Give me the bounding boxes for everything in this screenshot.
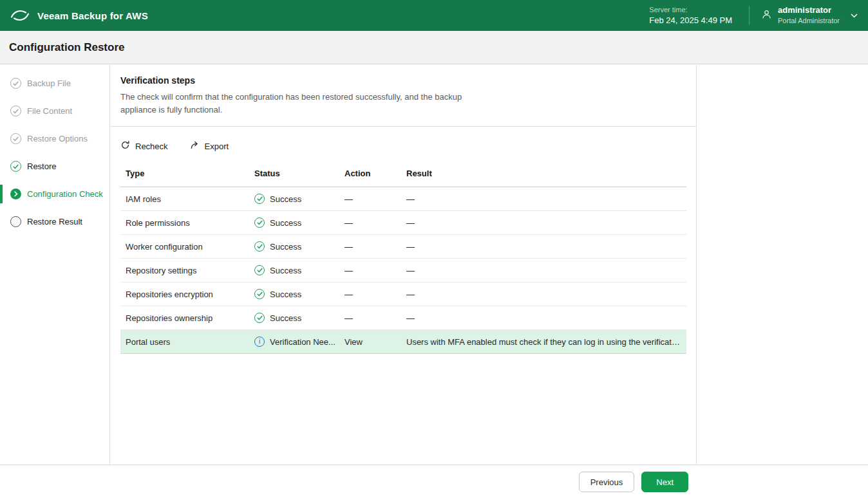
user-role: Portal Administrator <box>778 16 840 25</box>
previous-button[interactable]: Previous <box>579 472 635 492</box>
column-header-type: Type <box>120 162 249 187</box>
footer-buttons: Previous Next <box>579 472 688 492</box>
success-icon <box>254 217 265 228</box>
cell-result: — <box>401 211 686 235</box>
page-title: Configuration Restore <box>9 41 124 54</box>
server-time-label: Server time: <box>649 5 732 15</box>
verification-table: Type Status Action Result IAM roles Succ… <box>120 162 686 354</box>
wizard-step-label: Restore <box>27 161 57 171</box>
wizard-step-backup-file[interactable]: Backup File <box>0 69 109 97</box>
wizard-step-restore-result[interactable]: Restore Result <box>0 208 109 235</box>
recheck-label: Recheck <box>135 142 168 151</box>
page-title-bar: Configuration Restore <box>0 31 868 64</box>
table-row-worker-configuration[interactable]: Worker configuration Success — — <box>120 235 686 259</box>
cell-action: — <box>339 282 401 306</box>
cell-action: — <box>339 259 401 282</box>
table-row-portal-users[interactable]: Portal users iVerification Nee... View U… <box>120 330 686 354</box>
cell-status: iVerification Nee... <box>249 330 339 354</box>
cell-type: IAM roles <box>120 187 249 211</box>
main-content: Verification steps The check will confir… <box>110 65 697 465</box>
status-text: Success <box>270 242 301 252</box>
cell-status: Success <box>249 306 339 330</box>
table-header-row: Type Status Action Result <box>120 162 686 187</box>
success-icon <box>254 194 265 204</box>
wizard-step-label: File Content <box>27 106 72 116</box>
server-time: Server time: Feb 24, 2025 4:49 PM <box>649 5 732 26</box>
table-row-iam-roles[interactable]: IAM roles Success — — <box>120 187 686 211</box>
server-time-value: Feb 24, 2025 4:49 PM <box>649 15 732 26</box>
column-header-result: Result <box>401 162 686 187</box>
wizard-step-label: Backup File <box>27 78 71 88</box>
topbar-divider <box>749 6 750 25</box>
cell-status: Success <box>249 235 339 259</box>
wizard-step-label: Restore Options <box>27 134 88 143</box>
section-title: Verification steps <box>120 75 686 86</box>
wizard-step-restore-options[interactable]: Restore Options <box>0 125 109 152</box>
chevron-down-icon[interactable] <box>851 14 858 18</box>
next-button[interactable]: Next <box>641 472 688 492</box>
cell-action: — <box>339 211 401 235</box>
cell-action: — <box>339 235 401 259</box>
cell-type: Repositories ownership <box>120 306 249 330</box>
veeam-logo-icon <box>10 8 30 23</box>
user-menu[interactable]: administrator Portal Administrator <box>761 5 858 25</box>
wizard-step-file-content[interactable]: File Content <box>0 97 109 125</box>
cell-type: Repositories encryption <box>120 282 249 306</box>
cell-type: Repository settings <box>120 259 249 282</box>
cell-action: — <box>339 306 401 330</box>
cell-type: Worker configuration <box>120 235 249 259</box>
status-text: Verification Nee... <box>270 337 335 347</box>
status-text: Success <box>270 194 301 204</box>
success-icon <box>254 265 265 275</box>
cell-status: Success <box>249 259 339 282</box>
wizard-sidebar: Backup File File Content Restore Options… <box>0 65 110 465</box>
step-done-icon <box>10 133 21 144</box>
user-icon <box>761 9 772 23</box>
success-icon <box>254 289 265 299</box>
cell-action-view-link[interactable]: View <box>339 330 401 354</box>
step-done-green-icon <box>10 161 21 172</box>
recheck-button[interactable]: Recheck <box>120 140 168 152</box>
cell-status: Success <box>249 211 339 235</box>
wizard-step-label: Restore Result <box>27 217 82 226</box>
success-icon <box>254 241 265 252</box>
status-text: Success <box>270 266 301 275</box>
wizard-step-restore[interactable]: Restore <box>0 152 109 180</box>
cell-result: — <box>401 306 686 330</box>
app-window: Veeam Backup for AWS Server time: Feb 24… <box>0 0 868 498</box>
wizard-step-label: Configuration Check <box>27 189 103 199</box>
app-title: Veeam Backup for AWS <box>37 10 148 21</box>
status-text: Success <box>270 290 301 299</box>
table-row-repository-settings[interactable]: Repository settings Success — — <box>120 259 686 282</box>
cell-action: — <box>339 187 401 211</box>
step-done-icon <box>10 106 21 116</box>
cell-result: — <box>401 187 686 211</box>
cell-result: Users with MFA enabled must check if the… <box>401 330 686 354</box>
cell-type: Role permissions <box>120 211 249 235</box>
export-button[interactable]: Export <box>190 140 229 152</box>
info-icon: i <box>254 337 265 347</box>
wizard-step-configuration-check[interactable]: Configuration Check <box>0 180 109 208</box>
cell-status: Success <box>249 187 339 211</box>
cell-type: Portal users <box>120 330 249 354</box>
section-description: The check will confirm that the configur… <box>120 91 497 116</box>
cell-result: — <box>401 259 686 282</box>
status-text: Success <box>270 313 301 323</box>
recheck-icon <box>120 140 130 152</box>
table-row-repositories-encryption[interactable]: Repositories encryption Success — — <box>120 282 686 306</box>
column-header-status: Status <box>249 162 339 187</box>
user-names: administrator Portal Administrator <box>778 5 840 25</box>
step-current-icon <box>10 189 21 199</box>
cell-result: — <box>401 282 686 306</box>
top-bar: Veeam Backup for AWS Server time: Feb 24… <box>0 0 868 31</box>
cell-result: — <box>401 235 686 259</box>
wizard-footer: Previous Next <box>0 465 868 498</box>
status-text: Success <box>270 218 301 228</box>
table-row-role-permissions[interactable]: Role permissions Success — — <box>120 211 686 235</box>
step-done-icon <box>10 78 21 89</box>
cell-status: Success <box>249 282 339 306</box>
table-row-repositories-ownership[interactable]: Repositories ownership Success — — <box>120 306 686 330</box>
success-icon <box>254 313 265 323</box>
step-pending-icon <box>10 216 21 227</box>
export-icon <box>190 140 200 152</box>
